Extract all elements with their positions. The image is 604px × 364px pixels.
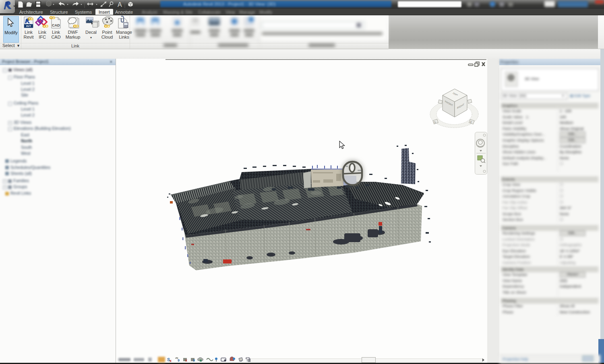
svg-text:A: A bbox=[118, 1, 122, 8]
svg-text:9: 9 bbox=[178, 358, 180, 362]
svg-text:x: x bbox=[170, 359, 172, 363]
svg-text:●: ● bbox=[111, 2, 113, 5]
svg-text:CAD: CAD bbox=[52, 23, 60, 27]
svg-text:x: x bbox=[185, 358, 187, 362]
svg-text:9: 9 bbox=[193, 358, 195, 362]
svg-text:RVT: RVT bbox=[26, 25, 31, 27]
